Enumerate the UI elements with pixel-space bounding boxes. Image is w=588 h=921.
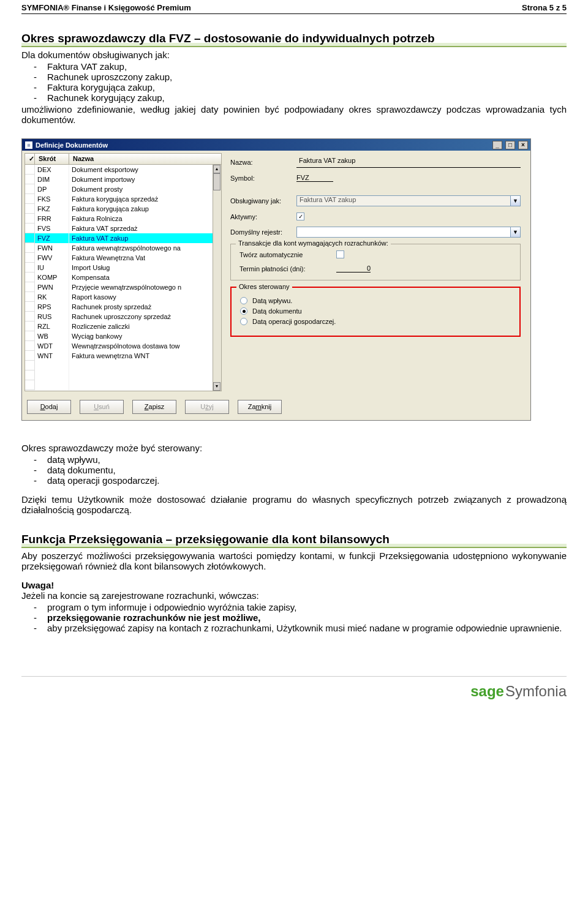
document-form-pane: Nazwa: Faktura VAT zakup Symbol: FVZ Obs… [224, 151, 530, 394]
section1b-lead: Okres sprawozdawczy może być sterowany: [21, 443, 567, 453]
symbol-input[interactable]: FVZ [296, 174, 333, 182]
col-check-icon[interactable]: ✓ [25, 154, 35, 164]
list-item: aby przeksięgować zapisy na kontach z ro… [47, 623, 567, 633]
section1-intro: Dla dokumentów obsługiwanych jak: [21, 50, 567, 60]
rejestr-value [296, 227, 511, 238]
table-row[interactable]: RKRaport kasowy [25, 292, 221, 302]
radio-data-dokumentu[interactable]: Datą dokumentu [240, 307, 511, 315]
label-rejestr: Domyślny rejestr: [230, 228, 292, 236]
table-row[interactable]: IUImport Usług [25, 263, 221, 273]
tworz-auto-checkbox[interactable] [336, 250, 344, 258]
label-tworz-auto: Twórz automatycznie [239, 251, 331, 258]
aktywny-checkbox[interactable]: ✓ [296, 212, 304, 220]
dialog-definicje-dokumentow: ≡ Definicje Dokumentów _ □ × ✓ Skrót Naz… [21, 138, 531, 421]
scroll-up-icon[interactable]: ▲ [213, 165, 221, 173]
table-row[interactable]: RUSRachunek uproszczony sprzedaż [25, 312, 221, 321]
radio-data-wplywu[interactable]: Datą wpływu. [240, 297, 511, 304]
radio-data-operacji[interactable]: Datą operacji gospodarczej. [240, 318, 511, 325]
header-page: Strona 5 z 5 [522, 3, 567, 12]
legend-transakcje: Transakcje dla kont wymagających rozrach… [236, 239, 391, 247]
titlebar[interactable]: ≡ Definicje Dokumentów _ □ × [22, 139, 530, 151]
list-item: Faktura korygująca zakup, [47, 82, 567, 92]
minimize-button[interactable]: _ [492, 141, 502, 149]
scroll-down-icon[interactable]: ▼ [213, 382, 221, 391]
dodaj-button[interactable]: Dodaj [27, 400, 71, 414]
nazwa-input[interactable]: Faktura VAT zakup [296, 157, 521, 168]
close-button[interactable]: × [518, 141, 528, 149]
obslugiwany-value: Faktura VAT zakup [296, 195, 511, 206]
section1b-list: datą wpływu,datą dokumentu,datą operacji… [21, 454, 567, 486]
maximize-button[interactable]: □ [505, 141, 515, 149]
titlebar-title: Definicje Dokumentów [36, 141, 108, 149]
label-termin: Termin płatności (dni): [239, 265, 331, 273]
termin-input[interactable]: 0 [336, 265, 371, 273]
list-item: Rachunek uproszczony zakup, [47, 72, 567, 82]
list-item: program o tym informuje i odpowiednio wy… [47, 602, 567, 612]
page-footer: sage Symfonia [21, 676, 567, 700]
table-row[interactable]: FKSFaktura korygująca sprzedaż [25, 194, 221, 204]
list-item: datą wpływu, [47, 454, 567, 465]
table-row[interactable]: RZLRozliczenie zaliczki [25, 321, 221, 331]
usun-button[interactable]: Usuń [80, 400, 124, 414]
list-item: datą operacji gospodarczej. [47, 475, 567, 486]
table-row[interactable]: FRRFaktura Rolnicza [25, 214, 221, 224]
table-row[interactable]: FWNFaktura wewnątrzwspólnotowego na [25, 243, 221, 253]
label-symbol: Symbol: [230, 175, 292, 182]
uwaga-lead: Jeżeli na koncie są zarejestrowane rozra… [21, 590, 567, 601]
table-row[interactable]: FVZFaktura VAT zakup [25, 233, 221, 243]
table-row[interactable]: FVSFaktura VAT sprzedaż [25, 224, 221, 233]
section1b-para: Dzięki temu Użytkownik może dostosować d… [21, 494, 567, 515]
zamknij-button[interactable]: Zamknij [238, 400, 282, 414]
table-row [25, 380, 221, 390]
list-item: przeksięgowanie rozrachunków nie jest mo… [47, 612, 567, 623]
legend-okres: Okres sterowany [236, 283, 292, 290]
table-row [25, 361, 221, 370]
table-row[interactable]: RPSRachunek prosty sprzedaż [25, 302, 221, 312]
col-skrot[interactable]: Skrót [35, 154, 69, 164]
uwaga-list: program o tym informuje i odpowiednio wy… [21, 602, 567, 633]
uzyj-button[interactable]: Użyj [185, 400, 229, 414]
uwaga-label: Uwaga! [21, 580, 54, 590]
chevron-down-icon[interactable]: ▼ [511, 195, 521, 206]
chevron-down-icon[interactable]: ▼ [511, 227, 521, 238]
table-row[interactable]: DPDokument prosty [25, 184, 221, 194]
app-icon: ≡ [24, 141, 33, 149]
header-product: SYMFONIA® Finanse i Księgowość Premium [21, 3, 191, 12]
rejestr-dropdown[interactable]: ▼ [296, 227, 521, 238]
page-header: SYMFONIA® Finanse i Księgowość Premium S… [21, 0, 567, 14]
section1-after: umożliwiono zdefiniowanie, według jakiej… [21, 104, 567, 125]
col-nazwa[interactable]: Nazwa [69, 154, 221, 164]
section-title-przeksieg: Funkcja Przeksięgowania – przeksięgowani… [21, 532, 567, 548]
table-row[interactable]: KOMPKompensata [25, 273, 221, 282]
section1-doc-list: Faktura VAT zakup,Rachunek uproszczony z… [21, 61, 567, 103]
document-list[interactable]: DEXDokument eksportowyDIMDokument import… [24, 165, 222, 391]
list-item: datą dokumentu, [47, 465, 567, 475]
section-title-okres: Okres sprawozdawczy dla FVZ – dostosowan… [21, 31, 567, 47]
scrollbar[interactable]: ▲ ▼ [213, 165, 221, 391]
sage-symfonia-logo: sage Symfonia [470, 683, 567, 700]
table-row[interactable]: DEXDokument eksportowy [25, 165, 221, 175]
table-row[interactable]: FWVFaktura Wewnętrzna Vat [25, 253, 221, 263]
table-row [25, 370, 221, 380]
label-nazwa: Nazwa: [230, 159, 292, 166]
scroll-thumb[interactable] [213, 173, 221, 190]
label-obslugiwany: Obsługiwany jak: [230, 197, 292, 205]
label-aktywny: Aktywny: [230, 213, 292, 220]
table-row[interactable]: WNTFaktura wewnętrzna WNT [25, 351, 221, 361]
table-row[interactable]: WDTWewnątrzwspólnotowa dostawa tow [25, 341, 221, 351]
document-list-pane: ✓ Skrót Nazwa DEXDokument eksportowyDIMD… [22, 151, 224, 394]
table-row[interactable]: FKZFaktura korygująca zakup [25, 204, 221, 214]
fieldset-transakcje: Transakcje dla kont wymagających rozrach… [230, 244, 521, 280]
obslugiwany-dropdown[interactable]: Faktura VAT zakup ▼ [296, 195, 521, 206]
fieldset-okres-sterowany: Okres sterowany Datą wpływu. Datą dokume… [230, 287, 521, 337]
list-item: Faktura VAT zakup, [47, 61, 567, 72]
table-row[interactable]: PWNPrzyjęcie wewnątrzwspólnotowego n [25, 282, 221, 292]
button-row: Dodaj Usuń Zapisz Użyj Zamknij [22, 394, 530, 420]
table-row[interactable]: WBWyciąg bankowy [25, 331, 221, 341]
table-row[interactable]: DIMDokument importowy [25, 175, 221, 184]
zapisz-button[interactable]: Zapisz [132, 400, 176, 414]
list-item: Rachunek korygujący zakup, [47, 92, 567, 103]
section2-para: Aby poszerzyć możliwości przeksięgowywan… [21, 551, 567, 571]
